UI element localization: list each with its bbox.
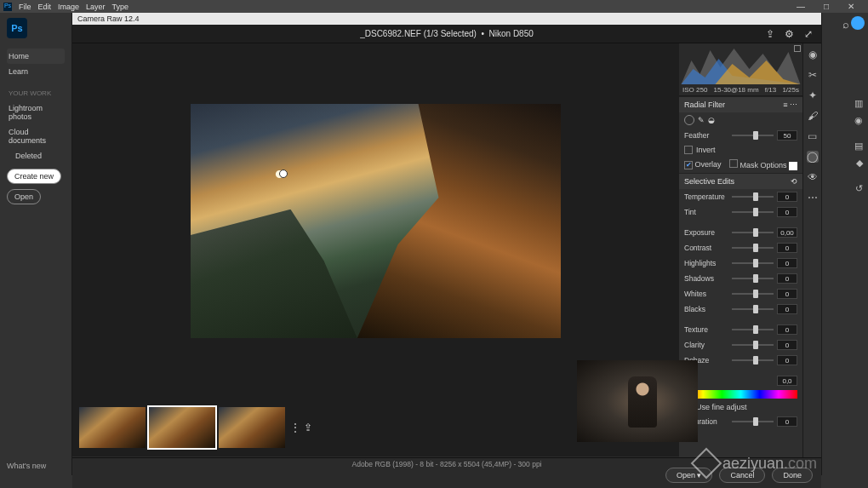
menu-layer[interactable]: Layer bbox=[86, 3, 106, 11]
tint-value[interactable]: 0 bbox=[777, 207, 797, 217]
footer-info[interactable]: Adobe RGB (1998) - 8 bit - 8256 x 5504 (… bbox=[351, 460, 541, 468]
layers-panel-icon[interactable]: ▤ bbox=[854, 141, 863, 152]
feather-label: Feather bbox=[684, 131, 728, 140]
highlights-value[interactable]: 0 bbox=[777, 258, 797, 268]
shadows-slider[interactable] bbox=[732, 278, 774, 279]
texture-slider[interactable] bbox=[732, 329, 774, 330]
highlights-slider[interactable] bbox=[732, 262, 774, 264]
menu-type[interactable]: Type bbox=[112, 3, 129, 11]
header-filename: _DSC6982.NEF (1/3 Selected) • Nikon D850 bbox=[360, 29, 534, 38]
preview-image[interactable] bbox=[191, 104, 561, 338]
nav-learn[interactable]: Learn bbox=[7, 64, 65, 79]
export-icon[interactable]: ⇪ bbox=[766, 28, 774, 40]
nav-home[interactable]: Home bbox=[7, 49, 65, 64]
crop-tool-icon[interactable]: ✂ bbox=[807, 69, 819, 81]
adjust-brush-icon[interactable]: 🖌 bbox=[807, 110, 819, 122]
presets-icon[interactable]: ⋯ bbox=[807, 192, 819, 204]
whites-slider[interactable] bbox=[732, 293, 774, 295]
blacks-value[interactable]: 0 bbox=[777, 304, 797, 314]
fullscreen-icon[interactable]: ⤢ bbox=[804, 28, 813, 40]
hue-value[interactable]: 0,0 bbox=[777, 376, 797, 386]
graduated-filter-icon[interactable]: ▭ bbox=[807, 130, 819, 142]
dehaze-slider[interactable] bbox=[732, 359, 774, 361]
ps-home-sidebar: Ps Home Learn YOUR WORK Lightroom photos… bbox=[0, 13, 72, 475]
clarity-slider[interactable] bbox=[732, 344, 774, 346]
whites-value[interactable]: 0 bbox=[777, 289, 797, 299]
tint-slider[interactable] bbox=[732, 211, 774, 213]
ps-logo-icon: Ps bbox=[7, 18, 27, 38]
histogram[interactable]: ISO 250 15-30@18 mm f/13 1/25s bbox=[679, 43, 802, 96]
acr-tool-column: ◉ ✂ ✦ 🖌 ▭ ◯ 👁 ⋯ bbox=[802, 43, 821, 475]
invert-label: Invert bbox=[696, 146, 716, 154]
saturation-slider[interactable] bbox=[732, 421, 774, 422]
edit-tool-icon[interactable]: ◉ bbox=[807, 49, 819, 60]
texture-value[interactable]: 0 bbox=[777, 324, 797, 335]
temperature-slider[interactable] bbox=[732, 196, 774, 198]
mask-color-swatch[interactable] bbox=[789, 162, 797, 170]
menu-edit[interactable]: Edit bbox=[38, 3, 52, 11]
whats-new-link[interactable]: What's new bbox=[7, 462, 46, 470]
contrast-slider[interactable] bbox=[732, 247, 774, 249]
thumbnail-1[interactable] bbox=[79, 407, 146, 448]
blacks-slider[interactable] bbox=[732, 308, 774, 310]
clipping-warning-icon[interactable] bbox=[794, 45, 801, 52]
ps-right-rail: ⌕ ▥ ◉ ▤ ◆ ↺ bbox=[821, 13, 868, 475]
temperature-value[interactable]: 0 bbox=[777, 192, 797, 202]
window-minimize-icon[interactable]: — bbox=[797, 2, 805, 11]
clarity-value[interactable]: 0 bbox=[777, 340, 797, 350]
nav-cloud-docs[interactable]: Cloud documents bbox=[7, 124, 65, 148]
meta-shutter: 1/25s bbox=[782, 86, 799, 94]
filmstrip-export-icon[interactable]: ⇪ bbox=[304, 422, 312, 433]
app-menubar: Ps File Edit Image Layer Type — □ ✕ bbox=[0, 0, 868, 13]
window-maximize-icon[interactable]: □ bbox=[824, 2, 829, 11]
menu-image[interactable]: Image bbox=[58, 3, 79, 11]
open-button[interactable]: Open bbox=[7, 189, 41, 204]
user-avatar[interactable] bbox=[851, 16, 865, 30]
acr-titlebar: Camera Raw 12.4 bbox=[72, 13, 821, 25]
swatches-panel-icon[interactable]: ◉ bbox=[854, 115, 863, 126]
brush-icon[interactable]: ✎ bbox=[698, 116, 705, 124]
feather-value[interactable]: 50 bbox=[777, 130, 797, 141]
canvas-area[interactable] bbox=[72, 43, 679, 399]
saturation-value[interactable]: 0 bbox=[777, 416, 797, 427]
radial-filter-header[interactable]: Radial Filter≡ ⋯ bbox=[679, 96, 802, 112]
radial-filter-icon[interactable]: ◯ bbox=[807, 151, 819, 163]
feather-slider[interactable] bbox=[732, 135, 774, 136]
menu-file[interactable]: File bbox=[19, 3, 31, 11]
acr-header: _DSC6982.NEF (1/3 Selected) • Nikon D850… bbox=[72, 25, 821, 43]
paths-panel-icon[interactable]: ◆ bbox=[856, 158, 863, 169]
thumbnail-3[interactable] bbox=[219, 407, 285, 448]
meta-iso: ISO 250 bbox=[682, 86, 707, 94]
watermark: aeziyuan.com bbox=[695, 452, 817, 474]
camera-raw-window: Camera Raw 12.4 _DSC6982.NEF (1/3 Select… bbox=[72, 13, 821, 475]
selective-edits-header[interactable]: Selective Edits⟲ bbox=[679, 173, 802, 189]
filmstrip-more-icon[interactable]: ⋮ bbox=[290, 422, 300, 433]
radial-new-icon[interactable] bbox=[684, 115, 694, 125]
heal-tool-icon[interactable]: ✦ bbox=[807, 89, 819, 101]
create-new-button[interactable]: Create new bbox=[7, 169, 61, 184]
radial-filter-pin[interactable] bbox=[279, 169, 288, 178]
overlay-checkbox[interactable]: ✔ bbox=[684, 161, 693, 169]
thumbnail-2[interactable] bbox=[149, 407, 215, 448]
eraser-icon[interactable]: ◒ bbox=[708, 116, 715, 124]
history-panel-icon[interactable]: ↺ bbox=[855, 183, 863, 194]
color-panel-icon[interactable]: ▥ bbox=[854, 98, 863, 109]
mask-checkbox[interactable] bbox=[729, 159, 738, 168]
reset-icon[interactable]: ⟲ bbox=[791, 177, 797, 186]
shadows-value[interactable]: 0 bbox=[777, 273, 797, 284]
nav-deleted[interactable]: Deleted bbox=[7, 148, 65, 164]
hue-slider[interactable] bbox=[684, 390, 797, 399]
settings-gear-icon[interactable]: ⚙ bbox=[785, 28, 794, 40]
invert-checkbox[interactable] bbox=[684, 146, 693, 154]
meta-aperture: f/13 bbox=[765, 86, 776, 94]
ps-icon: Ps bbox=[3, 3, 12, 11]
exposure-value[interactable]: 0,00 bbox=[777, 227, 797, 238]
window-close-icon[interactable]: ✕ bbox=[848, 2, 854, 11]
exposure-slider[interactable] bbox=[732, 232, 774, 233]
nav-lightroom[interactable]: Lightroom photos bbox=[7, 100, 65, 124]
search-icon[interactable]: ⌕ bbox=[842, 18, 849, 31]
watermark-cube-icon bbox=[691, 448, 722, 479]
dehaze-value[interactable]: 0 bbox=[777, 355, 797, 365]
contrast-value[interactable]: 0 bbox=[777, 243, 797, 253]
redeye-tool-icon[interactable]: 👁 bbox=[807, 171, 819, 183]
